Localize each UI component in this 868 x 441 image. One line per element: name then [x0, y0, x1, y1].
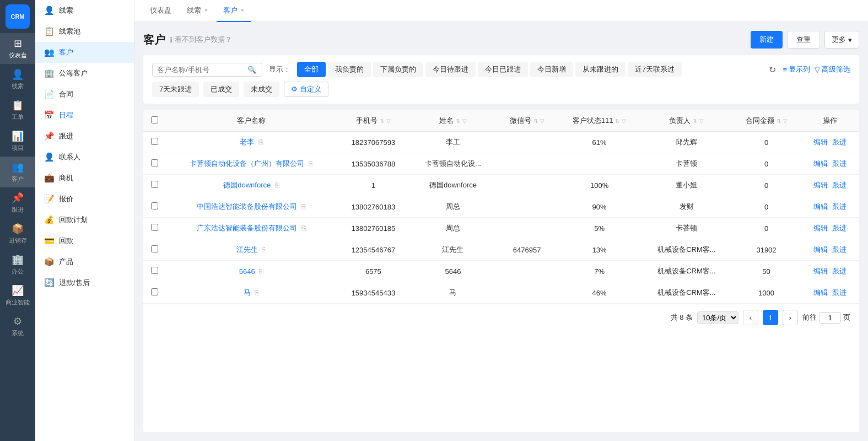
- filter-tab-mine[interactable]: 我负责的: [328, 62, 371, 77]
- customer-name-link-4[interactable]: 广东浩达智能装备股份有限公司: [197, 224, 297, 232]
- tab-customers[interactable]: 客户 ×: [217, 0, 251, 22]
- edit-btn-1[interactable]: 编辑: [813, 159, 828, 168]
- customer-name-link-7[interactable]: 马: [244, 288, 251, 297]
- status-filter-icon[interactable]: ▽: [622, 118, 626, 124]
- filter-tab-not-closed[interactable]: 未成交: [244, 82, 279, 97]
- filter-tab-today-new[interactable]: 今日新增: [530, 62, 573, 77]
- filter-tab-closed[interactable]: 已成交: [203, 82, 239, 97]
- edit-btn-0[interactable]: 编辑: [813, 138, 828, 146]
- filter-tab-all[interactable]: 全部: [297, 62, 326, 77]
- edit-btn-6[interactable]: 编辑: [813, 267, 828, 275]
- row-select-6[interactable]: [151, 267, 158, 274]
- nav-system[interactable]: ⚙ 系统: [0, 311, 35, 342]
- nav-office[interactable]: 🏢 办公: [0, 249, 35, 280]
- edit-btn-5[interactable]: 编辑: [813, 245, 828, 254]
- copy-icon-4[interactable]: ⎘: [301, 224, 306, 232]
- copy-icon-6[interactable]: ⎘: [259, 267, 263, 276]
- new-button[interactable]: 新建: [751, 31, 783, 49]
- nav-customers[interactable]: 👥 客户: [0, 157, 35, 187]
- row-select-4[interactable]: [151, 224, 158, 231]
- status-sort-icon[interactable]: ⇅: [615, 118, 619, 124]
- amount-filter-icon[interactable]: ▽: [783, 118, 788, 124]
- owner-sort-icon[interactable]: ⇅: [693, 118, 697, 124]
- refresh-button[interactable]: ↻: [767, 62, 778, 77]
- filter-tab-never-followed[interactable]: 从未跟进的: [575, 62, 626, 77]
- page-1-btn[interactable]: 1: [763, 310, 778, 325]
- follow-btn-5[interactable]: 跟进: [832, 245, 847, 254]
- filter-tab-today-pending[interactable]: 今日待跟进: [425, 62, 476, 77]
- sidebar-item-opportunities[interactable]: 💼 商机: [35, 168, 134, 189]
- filter-tab-subordinate[interactable]: 下属负责的: [373, 62, 423, 77]
- follow-btn-2[interactable]: 跟进: [832, 181, 847, 189]
- copy-icon-2[interactable]: ⎘: [275, 181, 279, 189]
- prev-page-btn[interactable]: ‹: [743, 310, 758, 325]
- tab-customers-close[interactable]: ×: [241, 7, 244, 13]
- sidebar-item-customers[interactable]: 👥 客户: [35, 42, 134, 63]
- customer-name-link-0[interactable]: 老李: [240, 138, 254, 146]
- filter-tab-today-followed[interactable]: 今日已跟进: [478, 62, 528, 77]
- nav-tracking[interactable]: 📌 跟进: [0, 187, 35, 218]
- follow-btn-6[interactable]: 跟进: [832, 267, 847, 275]
- edit-btn-7[interactable]: 编辑: [813, 288, 828, 297]
- customer-name-link-5[interactable]: 江先生: [236, 245, 258, 254]
- sidebar-item-schedule[interactable]: 📅 日程: [35, 105, 134, 126]
- row-select-3[interactable]: [151, 202, 158, 209]
- search-input[interactable]: [157, 66, 245, 74]
- nav-orders[interactable]: 📋 工单: [0, 95, 35, 126]
- amount-sort-icon[interactable]: ⇅: [777, 118, 781, 124]
- row-select-7[interactable]: [151, 288, 158, 295]
- more-button[interactable]: 更多 ▾: [824, 31, 859, 49]
- copy-icon-0[interactable]: ⎘: [258, 138, 263, 146]
- nav-dashboard[interactable]: ⊞ 仪表盘: [0, 33, 35, 64]
- dedup-button[interactable]: 查重: [787, 31, 820, 49]
- edit-btn-3[interactable]: 编辑: [813, 202, 828, 211]
- columns-button[interactable]: ≡ 显示列: [783, 64, 810, 74]
- follow-btn-1[interactable]: 跟进: [832, 159, 847, 168]
- follow-btn-4[interactable]: 跟进: [832, 224, 847, 232]
- nav-inventory[interactable]: 📦 进销存: [0, 218, 35, 249]
- sidebar-item-products[interactable]: 📦 产品: [35, 251, 134, 272]
- sidebar-item-public-customers[interactable]: 🏢 公海客户: [35, 63, 134, 84]
- tab-dashboard[interactable]: 仪表盘: [143, 0, 178, 22]
- customer-name-link-1[interactable]: 卡菩顿自动化设备（广州）有限公司: [190, 159, 304, 168]
- contact-filter-icon[interactable]: ▽: [462, 118, 467, 124]
- sidebar-item-payments[interactable]: 💳 回款: [35, 230, 134, 251]
- copy-icon-7[interactable]: ⎘: [255, 288, 259, 297]
- nav-bi[interactable]: 📈 商业智能: [0, 280, 35, 311]
- wechat-filter-icon[interactable]: ▽: [540, 118, 544, 124]
- copy-icon-3[interactable]: ⎘: [301, 202, 306, 211]
- row-select-5[interactable]: [151, 245, 158, 252]
- sidebar-item-quotations[interactable]: 📝 报价: [35, 189, 134, 209]
- follow-btn-3[interactable]: 跟进: [832, 202, 847, 211]
- row-select-2[interactable]: [151, 181, 158, 188]
- follow-btn-7[interactable]: 跟进: [832, 288, 847, 297]
- sidebar-item-payment-plan[interactable]: 💰 回款计划: [35, 209, 134, 230]
- select-all-checkbox[interactable]: [151, 116, 158, 123]
- tab-leads[interactable]: 线索 ×: [180, 0, 214, 22]
- sidebar-item-leads[interactable]: 👤 线索: [35, 0, 134, 21]
- nav-projects[interactable]: 📊 项目: [0, 126, 35, 157]
- advanced-filter-button[interactable]: ▽ 高级筛选: [815, 64, 850, 74]
- sidebar-item-lead-pool[interactable]: 📋 线索池: [35, 21, 134, 42]
- edit-btn-4[interactable]: 编辑: [813, 224, 828, 232]
- filter-tab-7days-contact[interactable]: 近7天联系过: [628, 62, 682, 77]
- sidebar-item-contracts[interactable]: 📄 合同: [35, 84, 134, 105]
- goto-input[interactable]: [819, 312, 841, 324]
- sidebar-item-contacts[interactable]: 👤 联系人: [35, 147, 134, 168]
- edit-btn-2[interactable]: 编辑: [813, 181, 828, 189]
- customer-name-link-6[interactable]: 5646: [239, 267, 255, 276]
- phone-filter-icon[interactable]: ▽: [386, 118, 391, 124]
- wechat-sort-icon[interactable]: ⇅: [533, 118, 538, 124]
- sidebar-item-tracking[interactable]: 📌 跟进: [35, 126, 134, 147]
- customer-name-link-2[interactable]: 德国downforce: [223, 181, 271, 189]
- tab-leads-close[interactable]: ×: [204, 7, 208, 13]
- sidebar-item-returns[interactable]: 🔄 退款/售后: [35, 272, 134, 293]
- per-page-select[interactable]: 10条/页 20条/页 50条/页: [697, 311, 738, 324]
- follow-btn-0[interactable]: 跟进: [832, 138, 847, 146]
- customer-name-link-3[interactable]: 中国浩达智能装备股份有限公司: [197, 202, 297, 211]
- search-box[interactable]: 🔍: [152, 63, 262, 77]
- copy-icon-5[interactable]: ⎘: [262, 245, 266, 254]
- filter-tab-custom[interactable]: ⚙ 自定义: [284, 82, 328, 97]
- phone-sort-icon[interactable]: ⇅: [380, 118, 384, 124]
- next-page-btn[interactable]: ›: [783, 310, 798, 325]
